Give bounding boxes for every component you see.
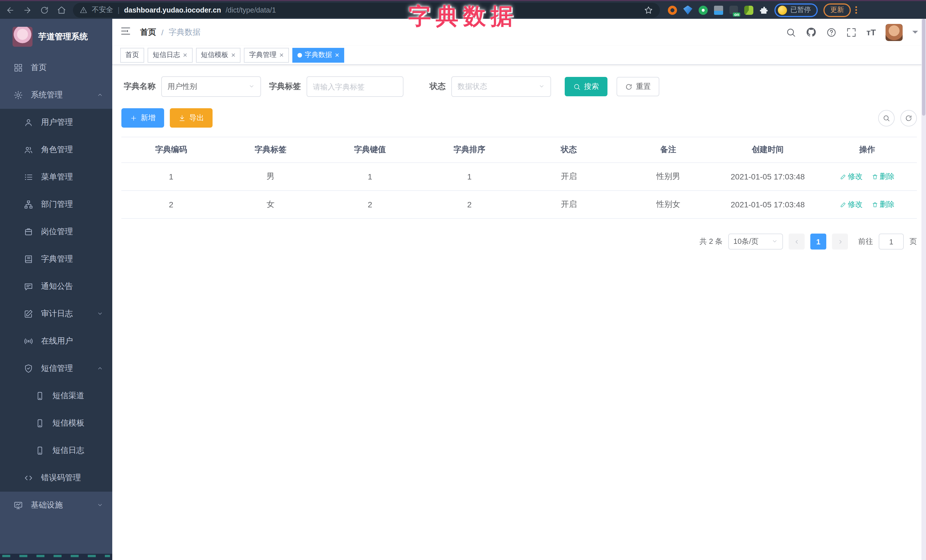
- sidebar-item-system-management[interactable]: 系统管理: [0, 82, 112, 109]
- breadcrumb-home[interactable]: 首页: [140, 27, 156, 37]
- extension-icon-on-badge[interactable]: [729, 6, 738, 14]
- tag-sms-log[interactable]: 短信日志×: [148, 48, 192, 62]
- col-remark: 备注: [619, 137, 718, 163]
- dict-name-select[interactable]: 用户性别: [161, 76, 261, 97]
- col-dict-label: 字典标签: [221, 137, 320, 163]
- extension-icon-green-check[interactable]: [699, 5, 708, 15]
- tag-dict-management[interactable]: 字典管理×: [244, 48, 289, 62]
- sidebar-item-infrastructure[interactable]: 基础设施: [0, 492, 112, 519]
- download-icon: [179, 114, 186, 122]
- logo[interactable]: 芋道管理系统: [0, 19, 112, 54]
- status-text: 开启: [519, 190, 619, 219]
- sidebar-item-home[interactable]: 首页: [0, 54, 112, 82]
- sidebar-item-dict-management[interactable]: 字典管理: [0, 246, 112, 273]
- toolbar: 新增 导出: [121, 108, 917, 128]
- help-icon[interactable]: [826, 27, 837, 37]
- message-icon: [24, 282, 33, 291]
- reload-icon[interactable]: [40, 5, 49, 15]
- sidebar-item-sms-log[interactable]: 短信日志: [0, 437, 112, 464]
- extension-icon-orange[interactable]: [668, 5, 677, 15]
- sidebar-item-user-management[interactable]: 用户管理: [0, 109, 112, 136]
- dashboard-icon: [14, 63, 23, 72]
- dict-label-input[interactable]: [313, 82, 397, 91]
- tree-icon: [24, 200, 33, 209]
- status-label: 状态: [430, 82, 446, 92]
- page-size-select[interactable]: 10条/页: [728, 234, 783, 249]
- monitor-icon: [14, 501, 23, 510]
- sidebar-item-post-management[interactable]: 岗位管理: [0, 218, 112, 246]
- extension-icons: [668, 5, 769, 15]
- sidebar-item-role-management[interactable]: 角色管理: [0, 136, 112, 163]
- app-header: 首页 / 字典数据 тT: [112, 19, 926, 45]
- refresh-icon: [905, 114, 912, 122]
- sidebar-item-label: 通知公告: [41, 281, 73, 292]
- refresh-table-button[interactable]: [900, 110, 917, 126]
- profile-paused-chip[interactable]: 已暂停: [775, 3, 818, 17]
- sidebar: 芋道管理系统 首页 系统管理 用户管理: [0, 19, 112, 560]
- table-row: 1 男 1 1 开启 性别男 2021-01-05 17:03:48 修改 删除: [121, 163, 917, 190]
- page-suffix: 页: [909, 236, 917, 247]
- chrome-menu-icon[interactable]: [855, 6, 857, 14]
- table-header-row: 字典编码 字典标签 字典键值 字典排序 状态 备注 创建时间 操作: [121, 137, 917, 163]
- warning-icon: [80, 6, 87, 14]
- url-host: dashboard.yudao.iocoder.cn: [124, 6, 221, 14]
- home-icon[interactable]: [57, 5, 66, 15]
- reset-button[interactable]: 重置: [617, 77, 659, 96]
- toggle-search-button[interactable]: [878, 110, 895, 126]
- extension-icon-green-leaf[interactable]: [744, 5, 754, 15]
- tag-dict-data[interactable]: 字典数据×: [292, 48, 345, 62]
- search-icon[interactable]: [786, 27, 796, 37]
- tag-sms-template[interactable]: 短信模板×: [196, 48, 241, 62]
- sidebar-item-notice[interactable]: 通知公告: [0, 273, 112, 300]
- url-path: /dict/type/data/1: [225, 6, 276, 14]
- back-icon[interactable]: [6, 5, 15, 15]
- export-button[interactable]: 导出: [170, 108, 213, 128]
- delete-button[interactable]: 删除: [872, 172, 894, 182]
- extensions-puzzle-icon[interactable]: [760, 5, 769, 15]
- window-scrollbar[interactable]: [921, 19, 926, 560]
- close-icon[interactable]: ×: [335, 51, 339, 59]
- avatar-caret-icon[interactable]: [912, 31, 918, 36]
- chrome-update-button[interactable]: 更新: [823, 3, 851, 17]
- tags-bar: 首页 短信日志× 短信模板× 字典管理× 字典数据×: [112, 45, 926, 65]
- url-bar[interactable]: 不安全 | dashboard.yudao.iocoder.cn/dict/ty…: [73, 3, 660, 17]
- chevron-down-icon: [772, 237, 778, 246]
- prev-page-button[interactable]: [789, 234, 805, 249]
- github-icon[interactable]: [806, 27, 817, 38]
- sidebar-item-department-management[interactable]: 部门管理: [0, 191, 112, 218]
- sidebar-item-sms-template[interactable]: 短信模板: [0, 410, 112, 437]
- extension-icon-blue-gem[interactable]: [683, 5, 692, 15]
- avatar[interactable]: [885, 24, 903, 41]
- page-number-button[interactable]: 1: [810, 234, 826, 249]
- close-icon[interactable]: ×: [231, 51, 235, 59]
- search-button[interactable]: 搜索: [565, 77, 607, 96]
- fullscreen-icon[interactable]: [846, 27, 857, 37]
- edit-button[interactable]: 修改: [840, 199, 863, 210]
- font-size-icon[interactable]: тT: [867, 27, 876, 37]
- bookmark-star-icon[interactable]: [644, 5, 653, 15]
- sidebar-collapse-icon[interactable]: [120, 26, 131, 39]
- goto-page-input[interactable]: [879, 234, 904, 249]
- sidebar-item-errorcode-management[interactable]: 错误码管理: [0, 464, 112, 492]
- trash-icon: [872, 174, 878, 180]
- sidebar-item-label: 部门管理: [41, 199, 73, 210]
- sidebar-item-audit-log[interactable]: 审计日志: [0, 300, 112, 328]
- sidebar-item-online-users[interactable]: 在线用户: [0, 328, 112, 355]
- sidebar-item-sms-channel[interactable]: 短信渠道: [0, 382, 112, 410]
- col-dict-value: 字典键值: [320, 137, 420, 163]
- edit-button[interactable]: 修改: [840, 172, 863, 182]
- logo-image: [12, 27, 32, 47]
- tag-home[interactable]: 首页: [120, 48, 144, 62]
- dict-label-input-wrap: [307, 76, 404, 97]
- sidebar-item-label: 系统管理: [31, 90, 63, 100]
- add-button[interactable]: 新增: [121, 108, 164, 128]
- forward-icon[interactable]: [23, 5, 32, 15]
- next-page-button[interactable]: [832, 234, 848, 249]
- sidebar-item-menu-management[interactable]: 菜单管理: [0, 163, 112, 191]
- delete-button[interactable]: 删除: [872, 199, 894, 210]
- close-icon[interactable]: ×: [183, 51, 187, 59]
- status-select[interactable]: 数据状态: [451, 76, 551, 97]
- extension-icon-grey-gem[interactable]: [714, 5, 723, 15]
- close-icon[interactable]: ×: [279, 51, 283, 59]
- sidebar-item-sms-management[interactable]: 短信管理: [0, 355, 112, 382]
